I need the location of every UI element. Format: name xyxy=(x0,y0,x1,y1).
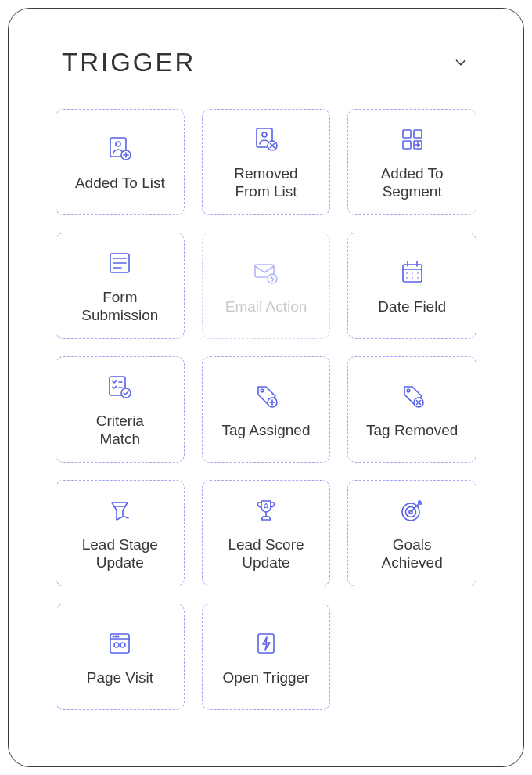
panel-header: TRIGGER xyxy=(56,48,476,78)
trigger-card-label: Added To Segment xyxy=(381,165,444,201)
trigger-card-label: Removed From List xyxy=(234,165,297,201)
trigger-card-open-trigger[interactable]: Open Trigger xyxy=(202,604,331,710)
tag-remove-icon xyxy=(396,380,429,413)
trigger-card-label: Tag Assigned xyxy=(221,422,310,440)
svg-point-56 xyxy=(120,643,125,647)
trigger-card-criteria-match[interactable]: Criteria Match xyxy=(56,356,185,463)
trigger-card-lead-stage-update[interactable]: Lead Stage Update xyxy=(56,480,185,586)
trigger-card-label: Open Trigger xyxy=(223,669,310,687)
email-action-icon xyxy=(250,256,282,289)
trigger-card-lead-score-update[interactable]: Lead Score Update xyxy=(202,480,331,586)
trigger-card-label: Lead Stage Update xyxy=(82,536,158,572)
trigger-card-label: Email Action xyxy=(225,298,307,316)
svg-rect-10 xyxy=(403,130,411,138)
trigger-card-added-to-list[interactable]: Added To List xyxy=(56,109,185,215)
trigger-card-added-to-segment[interactable]: Added To Segment xyxy=(347,109,476,215)
panel-title: TRIGGER xyxy=(62,48,196,78)
svg-rect-12 xyxy=(403,141,411,149)
page-icon xyxy=(103,627,136,660)
calendar-icon xyxy=(396,256,429,289)
user-add-icon xyxy=(103,132,136,165)
trigger-card-label: Added To List xyxy=(75,175,165,193)
svg-point-52 xyxy=(113,636,115,637)
tag-add-icon xyxy=(250,380,282,413)
trigger-card-label: Form Submission xyxy=(81,289,158,325)
funnel-icon xyxy=(103,494,136,527)
bolt-icon xyxy=(250,627,282,660)
trigger-card-tag-removed[interactable]: Tag Removed xyxy=(347,356,476,463)
trigger-card-label: Lead Score Update xyxy=(228,536,304,572)
svg-point-36 xyxy=(261,389,264,392)
trigger-grid: Added To ListRemoved From ListAdded To S… xyxy=(56,109,476,710)
svg-point-54 xyxy=(118,636,120,637)
svg-point-53 xyxy=(116,636,117,637)
svg-rect-11 xyxy=(414,130,422,138)
svg-point-6 xyxy=(262,132,267,137)
trigger-card-goals-achieved[interactable]: Goals Achieved xyxy=(347,480,476,586)
trigger-card-form-submission[interactable]: Form Submission xyxy=(56,232,185,339)
trigger-card-email-action: Email Action xyxy=(202,232,331,339)
trigger-card-tag-assigned[interactable]: Tag Assigned xyxy=(202,356,331,463)
segment-add-icon xyxy=(396,123,429,156)
trigger-card-date-field[interactable]: Date Field xyxy=(347,232,476,339)
trigger-card-removed-from-list[interactable]: Removed From List xyxy=(202,109,331,215)
chevron-down-icon[interactable] xyxy=(451,53,470,72)
trigger-card-label: Tag Removed xyxy=(366,422,458,440)
trigger-card-label: Page Visit xyxy=(87,669,153,687)
target-icon xyxy=(396,494,429,527)
trigger-card-label: Date Field xyxy=(378,298,446,316)
svg-point-40 xyxy=(407,389,410,392)
svg-point-1 xyxy=(116,142,120,146)
user-remove-icon xyxy=(250,123,282,156)
trigger-card-label: Goals Achieved xyxy=(382,536,443,572)
form-icon xyxy=(103,247,136,279)
trigger-card-label: Criteria Match xyxy=(96,413,144,449)
criteria-icon xyxy=(103,370,136,403)
svg-point-55 xyxy=(114,643,119,647)
trophy-icon xyxy=(250,494,282,527)
trigger-card-page-visit[interactable]: Page Visit xyxy=(56,604,185,710)
svg-rect-57 xyxy=(258,634,274,653)
trigger-panel: TRIGGER Added To ListRemoved From ListAd… xyxy=(8,8,524,767)
